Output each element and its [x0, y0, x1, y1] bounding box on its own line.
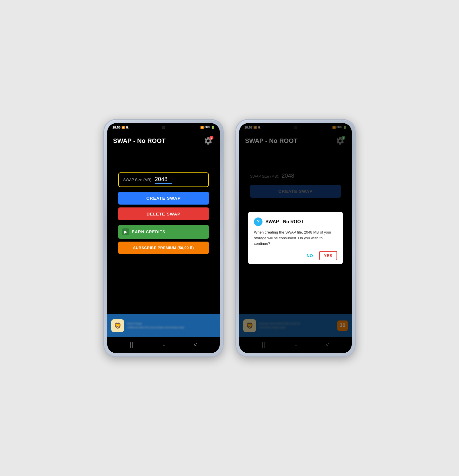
swap-size-value-left[interactable]: 2048 — [155, 176, 172, 184]
swap-size-label-left: SWAP Size (MB): — [123, 178, 153, 182]
back-button-left[interactable]: < — [191, 340, 200, 350]
bottom-ad-left: 🦁 SWAP Plugin Additional data from /proc… — [107, 314, 220, 337]
battery-left: 60% — [205, 126, 210, 129]
phone-screen-right: 18:57 📶 🖼 📶 60% 🔋 SWAP - No ROOT 1 — [239, 123, 352, 353]
left-phone: 18:56 📶 🖼 📶 60% 🔋 SWAP - No ROOT 0 — [103, 119, 224, 357]
status-bar-left: 18:56 📶 🖼 📶 60% 🔋 — [107, 123, 220, 131]
app-title-left: SWAP - No ROOT — [113, 137, 166, 145]
delete-swap-button-left[interactable]: DELETE SWAP — [118, 207, 209, 220]
dialog-message: When creating the SWAP file, 2048 MB of … — [254, 230, 337, 246]
right-phone: 18:57 📶 🖼 📶 60% 🔋 SWAP - No ROOT 1 — [235, 119, 356, 357]
film-icon-left: ▶ — [122, 228, 129, 235]
recent-apps-button-left[interactable]: ||| — [127, 340, 138, 350]
camera-notch-left — [162, 126, 165, 129]
settings-button-left[interactable]: 0 — [203, 135, 214, 147]
home-button-left[interactable]: ○ — [160, 341, 169, 349]
earn-credits-label-left: EARN CREDITS — [132, 230, 166, 234]
signal-icon-left: 📶 — [121, 126, 125, 129]
battery-icon-left: 🔋 — [211, 126, 215, 129]
nav-bar-left: ||| ○ < — [107, 337, 220, 353]
dialog-title-row-right: ? SWAP - No ROOT — [254, 217, 337, 226]
earn-credits-button-left[interactable]: ▶ EARN CREDITS — [118, 225, 209, 239]
dialog-buttons: NO YES — [254, 251, 337, 260]
dialog-question-icon: ? — [254, 217, 262, 226]
ad-logo-left: 🦁 — [111, 319, 124, 332]
time-left: 18:56 — [112, 126, 120, 129]
swap-input-container-left[interactable]: SWAP Size (MB): 2048 — [118, 172, 209, 187]
app-header-left: SWAP - No ROOT 0 — [107, 131, 220, 149]
dialog-app-name: SWAP - No ROOT — [265, 219, 304, 224]
create-swap-button-left[interactable]: CREATE SWAP — [118, 192, 209, 205]
phone-screen-left: 18:56 📶 🖼 📶 60% 🔋 SWAP - No ROOT 0 — [107, 123, 220, 353]
app-content-left: SWAP Size (MB): 2048 CREATE SWAP DELETE … — [107, 149, 220, 314]
ad-title-left: SWAP Plugin — [127, 322, 216, 326]
subscribe-button-left[interactable]: SUBSCRIBE PREMIUM (50,00 ₽) — [118, 242, 209, 254]
gear-badge-left: 0 — [209, 136, 213, 140]
dialog-no-button[interactable]: NO — [304, 251, 316, 260]
dialog-overlay-right: ? SWAP - No ROOT When creating the SWAP … — [239, 123, 352, 353]
photo-icon-left: 🖼 — [126, 126, 129, 129]
ad-subtext-left: Additional data from /proc/swaps /proc/s… — [127, 326, 216, 329]
dialog-yes-button[interactable]: YES — [319, 251, 337, 260]
dialog-box-right: ? SWAP - No ROOT When creating the SWAP … — [248, 212, 343, 264]
wifi-icon-left: 📶 — [200, 126, 204, 129]
